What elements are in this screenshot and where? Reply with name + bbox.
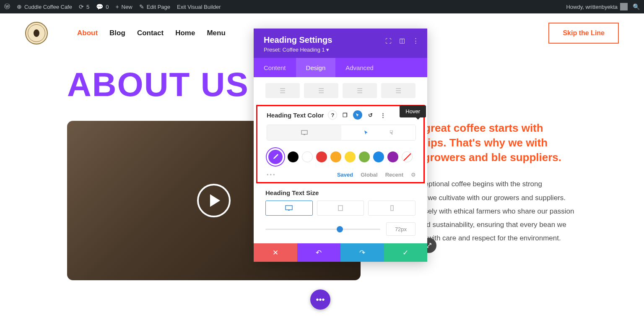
avatar [620, 3, 628, 10]
panel-header[interactable]: Heading Settings Preset: Coffee Heading … [254, 29, 427, 58]
play-button[interactable] [197, 184, 231, 217]
site-name-label: Cuddle Coffee Cafe [24, 4, 72, 10]
wp-logo[interactable]: ⓦ [4, 3, 10, 10]
snap-icon[interactable]: ⛶ [385, 37, 392, 44]
color-picker-button[interactable] [267, 148, 284, 166]
undo-button[interactable]: ↶ [297, 243, 341, 262]
new-label: New [122, 4, 132, 10]
swatch-none[interactable] [402, 151, 413, 162]
reset-icon[interactable]: ↺ [366, 110, 375, 120]
nav-menu[interactable]: Menu [207, 29, 225, 37]
nav-blog[interactable]: Blog [109, 29, 125, 37]
wp-edit-page[interactable]: ✎Edit Page [139, 3, 170, 10]
nav-contact[interactable]: Contact [137, 29, 164, 37]
svg-rect-5 [391, 206, 393, 211]
redo-button[interactable]: ↷ [340, 243, 384, 262]
howdy-label: Howdy, writtenbyekta [566, 4, 618, 10]
cancel-button[interactable]: ✕ [254, 243, 297, 262]
hover-tooltip: Hover [400, 105, 426, 117]
wp-howdy[interactable]: Howdy, writtenbyekta [566, 3, 628, 10]
svg-rect-3 [288, 210, 290, 211]
swatch-red[interactable] [316, 151, 327, 162]
more-icon[interactable]: ⋮ [413, 37, 419, 44]
edit-label: Edit Page [147, 4, 170, 10]
color-swatches [267, 148, 416, 166]
updates-count: 5 [86, 4, 89, 10]
tablet-tab[interactable] [317, 201, 364, 216]
more-options-icon[interactable]: ⋮ [378, 110, 387, 120]
exit-label: Exit Visual Builder [177, 4, 221, 10]
align-right-button[interactable]: ☰ [343, 83, 377, 98]
swatch-blue[interactable] [373, 151, 384, 162]
meta-more-icon[interactable]: ••• [267, 172, 276, 178]
wp-comments[interactable]: 💬0 [96, 3, 109, 10]
wp-site-name[interactable]: ⊕Cuddle Coffee Cafe [17, 3, 72, 10]
svg-rect-0 [301, 130, 307, 134]
heading-text-size-label: Heading Text Size [265, 189, 415, 196]
align-center-button[interactable]: ☰ [304, 83, 338, 98]
wp-exit-builder[interactable]: Exit Visual Builder [177, 4, 221, 10]
align-justify-button[interactable]: ☰ [381, 83, 415, 98]
settings-panel: Heading Settings Preset: Coffee Heading … [254, 29, 427, 262]
play-icon [210, 194, 220, 207]
size-input[interactable] [386, 222, 415, 236]
global-tab[interactable]: Global [361, 172, 377, 178]
state-tabs: ☟ [267, 125, 416, 141]
heading-text-color-label: Heading Text Color [267, 112, 324, 119]
panel-footer: ✕ ↶ ↷ ✓ [254, 243, 427, 262]
comments-count: 0 [106, 4, 109, 10]
gear-icon[interactable]: ⚙ [411, 172, 416, 178]
swatch-white[interactable] [302, 151, 313, 162]
tab-advanced[interactable]: Advanced [335, 58, 384, 77]
recent-tab[interactable]: Recent [385, 172, 403, 178]
nav-home[interactable]: Home [175, 29, 195, 37]
panel-preset[interactable]: Preset: Coffee Heading 1 ▾ [264, 47, 385, 53]
dock-icon[interactable]: ◫ [399, 37, 405, 44]
skip-line-button[interactable]: Skip the Line [548, 23, 619, 44]
device-tabs [265, 201, 415, 216]
swatch-orange[interactable] [330, 151, 341, 162]
swatch-purple[interactable] [387, 151, 398, 162]
swatch-green[interactable] [359, 151, 370, 162]
swatch-yellow[interactable] [345, 151, 356, 162]
align-left-button[interactable]: ☰ [265, 83, 300, 98]
hover-state-icon[interactable] [353, 110, 362, 120]
slider-thumb[interactable] [337, 226, 343, 232]
nav-about[interactable]: About [77, 29, 98, 37]
hover-state-tab[interactable]: ☟ [341, 125, 415, 140]
saved-tab[interactable]: Saved [337, 172, 353, 178]
logo[interactable] [25, 22, 48, 44]
panel-title: Heading Settings [264, 35, 385, 45]
main-nav: About Blog Contact Home Menu [77, 29, 226, 37]
builder-fab[interactable]: ••• [310, 289, 330, 310]
swatch-black[interactable] [288, 151, 299, 162]
size-slider[interactable] [265, 229, 380, 230]
help-icon[interactable]: ? [328, 110, 337, 120]
svg-rect-4 [338, 206, 343, 211]
svg-rect-2 [286, 206, 292, 210]
highlighted-section: Hover Heading Text Color ? ❐ ↺ ⋮ ☟ [256, 105, 425, 183]
desktop-tab[interactable] [265, 201, 313, 216]
panel-tabs: Content Design Advanced [254, 58, 427, 77]
wp-search[interactable]: 🔍 [633, 3, 640, 10]
tab-content[interactable]: Content [254, 58, 296, 77]
responsive-device-icon[interactable]: ❐ [340, 110, 350, 120]
default-state-tab[interactable] [267, 125, 341, 140]
wp-updates[interactable]: ⟳5 [79, 3, 89, 10]
text-align-row: ☰ ☰ ☰ ☰ [254, 77, 427, 104]
save-button[interactable]: ✓ [384, 243, 428, 262]
wp-new[interactable]: +New [115, 3, 132, 10]
phone-tab[interactable] [368, 201, 415, 216]
tab-design[interactable]: Design [296, 58, 336, 77]
svg-rect-1 [304, 134, 305, 135]
cursor-icon: ☟ [390, 129, 393, 136]
wp-admin-bar: ⓦ ⊕Cuddle Coffee Cafe ⟳5 💬0 +New ✎Edit P… [0, 0, 644, 13]
